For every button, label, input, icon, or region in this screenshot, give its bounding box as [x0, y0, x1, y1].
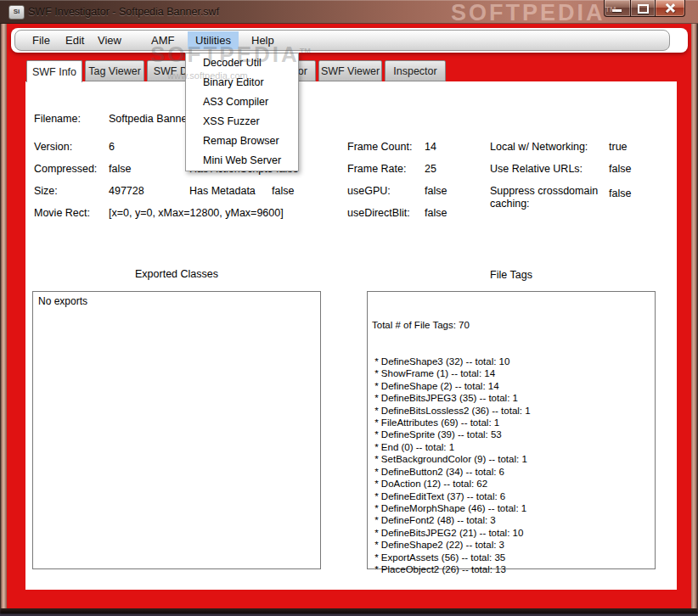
file-tags-total: Total # of File Tags: 70 — [372, 319, 531, 331]
file-tags-list: Total # of File Tags: 70 * DefineShape3 … — [372, 294, 531, 575]
local-networking-value: true — [609, 141, 628, 153]
compressed-value: false — [109, 163, 131, 175]
menu-utilities[interactable]: Utilities — [188, 31, 239, 49]
movie-rect-label: Movie Rect: — [34, 207, 90, 219]
file-tag-entry: * DefineEditText (37) -- total: 6 — [372, 490, 531, 502]
file-tag-entry: * DefineShape3 (32) -- total: 10 — [372, 356, 531, 367]
app-icon: Si — [8, 5, 25, 20]
frame-count-value: 14 — [425, 141, 436, 153]
utilities-menu: Decoder UtilBinary EditorAS3 CompilerXSS… — [185, 53, 299, 171]
has-metadata-label: Has Metadata — [189, 185, 256, 197]
menu-item-decoder-util[interactable]: Decoder Util — [186, 53, 298, 73]
file-tag-entry: * DefineBitsJPEG3 (35) -- total: 1 — [372, 392, 531, 404]
file-tag-entry: * DefineShape (2) -- total: 14 — [372, 380, 531, 392]
file-tag-entry: * FileAttributes (69) -- total: 1 — [372, 417, 531, 428]
window-frame-bottom — [0, 608, 698, 616]
minimize-icon — [612, 9, 622, 12]
softpedia-watermark-titlebar: SOFTPEDIATM — [451, 0, 616, 26]
close-icon — [665, 3, 674, 13]
window-frame-left — [0, 24, 7, 608]
exported-classes-content: No exports — [38, 295, 87, 307]
file-tags-box[interactable]: Total # of File Tags: 70 * DefineShape3 … — [367, 291, 656, 569]
window-controls — [604, 0, 685, 17]
file-tag-entry: * PlaceObject2 (26) -- total: 13 — [372, 563, 531, 575]
menu-view[interactable]: View — [90, 31, 129, 49]
file-tag-entry: * End (0) -- total: 1 — [372, 441, 531, 453]
menu-file[interactable]: File — [25, 31, 58, 49]
tab-swf-viewer[interactable]: SWF Viewer — [318, 60, 382, 81]
has-metadata-value: false — [272, 185, 294, 197]
close-button[interactable] — [655, 0, 685, 17]
size-value: 497728 — [109, 185, 144, 197]
file-tag-entry: * DefineBitsJPEG2 (21) -- total: 10 — [372, 527, 531, 539]
file-tag-entry: * DefineBitsLossless2 (36) -- total: 1 — [372, 405, 531, 417]
compressed-label: Compressed: — [34, 163, 97, 175]
relative-urls-value: false — [609, 163, 631, 175]
filename-label: Filename: — [34, 113, 81, 125]
file-tag-entry: * SetBackgroundColor (9) -- total: 1 — [372, 453, 531, 465]
exported-classes-box[interactable]: No exports — [32, 291, 321, 569]
minimize-button[interactable] — [604, 0, 631, 17]
window-frame-right — [690, 24, 698, 608]
tab-inspector[interactable]: Inspector — [385, 60, 446, 81]
menu-help[interactable]: Help — [244, 31, 282, 49]
tab-swf-info[interactable]: SWF Info — [26, 60, 82, 82]
movie-rect-value: [x=0, y=0, xMax=12800, yMax=9600] — [109, 207, 284, 219]
file-tag-entry: * ShowFrame (1) -- total: 14 — [372, 367, 531, 379]
use-gpu-label: useGPU: — [347, 185, 391, 197]
maximize-icon — [638, 4, 649, 14]
menu-edit[interactable]: Edit — [58, 31, 92, 49]
titlebar[interactable]: Si SWF Investigator - Softpedia Banner.s… — [0, 0, 698, 24]
file-tag-entry: * DefineShape2 (22) -- total: 3 — [372, 539, 531, 551]
exported-classes-header: Exported Classes — [32, 268, 321, 280]
file-tag-entry: * DefineButton2 (34) -- total: 6 — [372, 466, 531, 478]
app-window: Si SWF Investigator - Softpedia Banner.s… — [0, 0, 698, 616]
maximize-button[interactable] — [631, 0, 655, 17]
version-value: 6 — [109, 141, 115, 153]
tab-tag-viewer[interactable]: Tag Viewer — [85, 60, 144, 81]
menu-item-xss-fuzzer[interactable]: XSS Fuzzer — [186, 112, 298, 132]
file-tag-entry: * DefineSprite (39) -- total: 53 — [372, 428, 531, 440]
relative-urls-label: Use Relative URLs: — [490, 163, 583, 175]
window-title: SWF Investigator - Softpedia Banner.swf — [28, 6, 219, 18]
file-tags-header: File Tags — [367, 269, 656, 281]
frame-rate-label: Frame Rate: — [347, 163, 406, 175]
use-gpu-value: false — [425, 185, 447, 197]
use-direct-blit-label: useDirectBlit: — [347, 207, 410, 219]
menu-item-as3-compiler[interactable]: AS3 Compiler — [186, 92, 298, 112]
file-tag-entry: * ExportAssets (56) -- total: 35 — [372, 552, 531, 563]
frame-count-label: Frame Count: — [347, 141, 412, 153]
use-direct-blit-value: false — [425, 207, 447, 219]
file-tag-entry: * DefineMorphShape (46) -- total: 1 — [372, 502, 531, 514]
frame-rate-value: 25 — [425, 163, 436, 175]
menu-item-mini-web-server[interactable]: Mini Web Server — [186, 151, 298, 171]
file-tag-entry: * DefineFont2 (48) -- total: 3 — [372, 514, 531, 526]
menu-amf[interactable]: AMF — [144, 31, 182, 49]
menu-item-remap-browser[interactable]: Remap Browser — [186, 132, 298, 151]
suppress-caching-value: false — [609, 188, 631, 199]
suppress-caching-label: Suppress crossdomain caching: — [490, 185, 609, 210]
local-networking-label: Local w/ Networking: — [490, 141, 588, 153]
menu-item-binary-editor[interactable]: Binary Editor — [186, 73, 298, 92]
version-label: Version: — [34, 141, 72, 153]
file-tag-entry: * DoAction (12) -- total: 62 — [372, 478, 531, 490]
size-label: Size: — [34, 185, 58, 197]
